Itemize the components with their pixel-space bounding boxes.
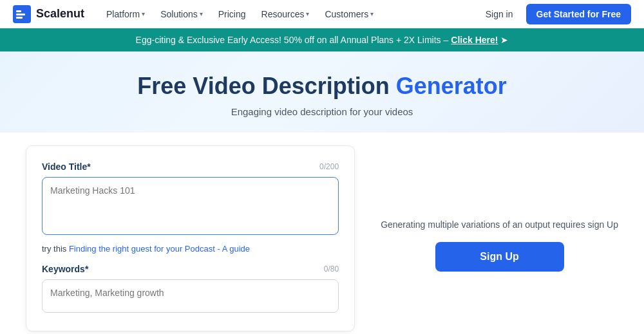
keywords-header: Keywords* 0/80 [42, 264, 339, 274]
nav-right: Sign in Get Started for Free [480, 4, 631, 24]
sign-in-button[interactable]: Sign in [480, 9, 518, 19]
chevron-down-icon: ▾ [200, 10, 203, 17]
navbar: Scalenut Platform ▾ Solutions ▾ Pricing … [0, 0, 644, 28]
try-this-section: try this Finding the right guest for you… [42, 244, 339, 254]
keywords-input[interactable] [42, 279, 339, 313]
video-title-label: Video Title* [42, 162, 91, 172]
main-content: Video Title* 0/200 try this Finding the … [0, 133, 644, 334]
keywords-section: Keywords* 0/80 [42, 264, 339, 315]
form-card: Video Title* 0/200 try this Finding the … [26, 145, 355, 331]
hero-section: Free Video Description Generator Engagin… [0, 51, 644, 133]
hero-subtitle: Engaging video description for your vide… [13, 106, 631, 117]
nav-item-solutions[interactable]: Solutions ▾ [154, 0, 209, 28]
try-this-link[interactable]: Finding the right guest for your Podcast… [69, 244, 250, 254]
nav-items: Platform ▾ Solutions ▾ Pricing Resources… [100, 0, 480, 28]
form-section: Video Title* 0/200 try this Finding the … [26, 145, 355, 331]
chevron-down-icon: ▾ [370, 10, 374, 17]
logo[interactable]: Scalenut [13, 5, 84, 23]
svg-rect-2 [16, 14, 25, 15]
video-title-header: Video Title* 0/200 [42, 162, 339, 172]
right-panel: Generating multiple variations of an out… [381, 145, 618, 331]
scalenut-logo-icon [13, 5, 31, 23]
video-title-input[interactable] [42, 177, 339, 235]
signup-hint-text: Generating multiple variations of an out… [381, 218, 618, 232]
banner-arrow-icon: ➤ [500, 35, 508, 45]
signup-button[interactable]: Sign Up [435, 242, 564, 272]
page-title: Free Video Description Generator [13, 72, 631, 100]
chevron-down-icon: ▾ [142, 10, 145, 17]
nav-item-pricing[interactable]: Pricing [212, 0, 252, 28]
video-title-char-count: 0/200 [319, 162, 339, 171]
banner-text: Egg-citing & Exclusive Early Access! 50%… [136, 35, 449, 45]
svg-rect-1 [16, 10, 21, 12]
keywords-label: Keywords* [42, 264, 88, 274]
svg-rect-3 [16, 17, 23, 19]
get-started-button[interactable]: Get Started for Free [526, 4, 631, 24]
nav-item-platform[interactable]: Platform ▾ [100, 0, 151, 28]
promo-banner: Egg-citing & Exclusive Early Access! 50%… [0, 28, 644, 51]
banner-link[interactable]: Click Here! [451, 35, 498, 45]
nav-item-customers[interactable]: Customers ▾ [318, 0, 380, 28]
keywords-char-count: 0/80 [324, 264, 339, 274]
logo-text: Scalenut [36, 7, 84, 21]
nav-item-resources[interactable]: Resources ▾ [255, 0, 316, 28]
chevron-down-icon: ▾ [306, 10, 309, 17]
